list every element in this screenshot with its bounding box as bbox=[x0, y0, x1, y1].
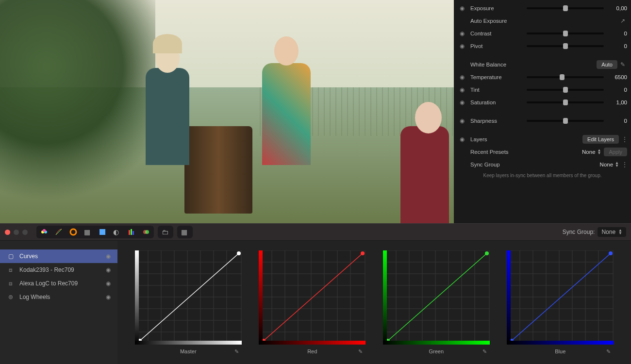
tint-slider[interactable] bbox=[527, 89, 604, 91]
updown-icon: ▲▼ bbox=[615, 162, 619, 167]
layer-label: Curves bbox=[19, 253, 101, 260]
white-balance-label: White Balance bbox=[470, 62, 524, 67]
eyedropper-icon[interactable]: ✎ bbox=[234, 348, 239, 355]
inspector-panel: ◉ Exposure 0,00 Auto Exposure ↗ ◉ Contra… bbox=[454, 0, 631, 223]
sharpness-value[interactable]: 0 bbox=[607, 118, 627, 124]
eye-icon[interactable]: ◉ bbox=[106, 294, 111, 300]
eyedropper-icon[interactable]: ✎ bbox=[606, 348, 611, 355]
curves-tab-icon[interactable] bbox=[52, 227, 66, 237]
pivot-value[interactable]: 0 bbox=[607, 43, 627, 49]
layers-label: Layers bbox=[470, 136, 524, 142]
minimize-window-icon[interactable] bbox=[14, 230, 19, 235]
contrast-value[interactable]: 0 bbox=[607, 31, 627, 36]
recent-presets-select[interactable]: None ▲▼ bbox=[582, 149, 601, 155]
auto-exposure-label: Auto Exposure bbox=[470, 18, 524, 24]
pivot-label: Pivot bbox=[470, 43, 524, 49]
scope-1-icon[interactable]: ▦ bbox=[81, 227, 95, 237]
overlap-icon[interactable] bbox=[139, 227, 153, 237]
bottom-toolbar: ▦ ◐ 🗀 ▦ Sync Group: None ▲▼ bbox=[0, 223, 631, 241]
green-curve-label: Green bbox=[429, 348, 444, 354]
recent-presets-label: Recent Presets bbox=[470, 149, 524, 155]
master-curve[interactable] bbox=[135, 250, 242, 345]
svg-point-2 bbox=[43, 229, 46, 232]
tint-value[interactable]: 0 bbox=[607, 87, 627, 93]
toolbar-sync-select[interactable]: None ▲▼ bbox=[598, 227, 626, 237]
eye-icon[interactable]: ◉ bbox=[460, 43, 467, 50]
svg-point-10 bbox=[145, 230, 149, 234]
hue-wheel-icon[interactable] bbox=[66, 227, 80, 237]
wand-icon[interactable]: ↗ bbox=[620, 17, 627, 24]
sync-group-select[interactable]: None ▲▼ bbox=[600, 162, 619, 167]
saturation-value[interactable]: 1,00 bbox=[607, 99, 627, 105]
edit-layers-button[interactable]: Edit Layers bbox=[582, 135, 619, 144]
folder-icon[interactable]: 🗀 bbox=[159, 227, 172, 237]
curves-icon: ▢ bbox=[7, 252, 15, 260]
layer-label: Log Wheels bbox=[19, 294, 101, 300]
sync-group-label: Sync Group bbox=[470, 162, 524, 167]
more-icon[interactable]: ⋮ bbox=[622, 161, 627, 168]
apply-button[interactable]: Apply bbox=[604, 148, 627, 156]
auto-wb-button[interactable]: Auto bbox=[597, 60, 617, 69]
svg-point-31 bbox=[237, 251, 241, 255]
svg-point-73 bbox=[485, 251, 489, 255]
temperature-label: Temperature bbox=[470, 74, 524, 80]
eyedropper-icon[interactable]: ✎ bbox=[620, 61, 627, 68]
zoom-window-icon[interactable] bbox=[22, 230, 28, 235]
blue-curve[interactable] bbox=[507, 250, 614, 345]
eye-icon[interactable]: ◉ bbox=[460, 5, 467, 12]
sharpness-slider[interactable] bbox=[527, 120, 604, 122]
scope-2-icon[interactable] bbox=[96, 227, 109, 237]
eye-icon[interactable]: ◉ bbox=[106, 266, 111, 273]
blue-curve-label: Blue bbox=[555, 348, 565, 354]
layer-label: Kodak2393 - Rec709 bbox=[19, 266, 101, 273]
layer-item-wheels[interactable]: ⊚ Log Wheels ◉ bbox=[0, 290, 117, 304]
svg-point-94 bbox=[609, 251, 613, 255]
eye-icon[interactable]: ◉ bbox=[106, 253, 111, 260]
eyedropper-icon[interactable]: ✎ bbox=[482, 348, 487, 355]
svg-rect-6 bbox=[129, 230, 130, 235]
contrast-label: Contrast bbox=[470, 31, 524, 36]
layer-item-lut[interactable]: ⧈ Alexa LogC to Rec709 ◉ bbox=[0, 277, 117, 290]
temperature-value[interactable]: 6500 bbox=[607, 74, 627, 80]
layer-item-curves[interactable]: ▢ Curves ◉ bbox=[0, 249, 117, 263]
window-controls bbox=[5, 230, 28, 235]
exposure-label: Exposure bbox=[470, 5, 524, 11]
wheels-icon: ⊚ bbox=[7, 293, 15, 301]
pivot-slider[interactable] bbox=[527, 45, 604, 47]
contrast-slider[interactable] bbox=[527, 33, 604, 34]
rgb-parade-icon[interactable] bbox=[125, 227, 138, 237]
eye-icon[interactable]: ◉ bbox=[460, 99, 467, 106]
svg-rect-8 bbox=[133, 231, 134, 235]
layer-item-lut[interactable]: ⧈ Kodak2393 - Rec709 ◉ bbox=[0, 263, 117, 277]
svg-rect-7 bbox=[131, 229, 132, 235]
cube-icon: ⧈ bbox=[7, 280, 15, 287]
more-icon[interactable]: ⋮ bbox=[622, 136, 627, 143]
video-viewer[interactable] bbox=[0, 0, 454, 223]
temperature-slider[interactable] bbox=[527, 76, 604, 78]
eye-icon[interactable]: ◉ bbox=[460, 30, 467, 37]
eye-icon[interactable]: ◉ bbox=[106, 280, 111, 287]
curves-editor: Master✎ Red✎ bbox=[117, 241, 631, 364]
eye-icon[interactable]: ◉ bbox=[460, 136, 467, 143]
grid-icon[interactable]: ▦ bbox=[178, 227, 192, 237]
exposure-value[interactable]: 0,00 bbox=[607, 5, 627, 11]
updown-icon: ▲▼ bbox=[598, 149, 601, 155]
eye-icon[interactable]: ◉ bbox=[460, 86, 467, 93]
red-curve[interactable] bbox=[259, 250, 365, 345]
eyedropper-icon[interactable]: ✎ bbox=[358, 348, 363, 355]
toolbar-sync-label: Sync Group: bbox=[563, 229, 595, 235]
eye-icon[interactable]: ◉ bbox=[460, 74, 467, 81]
exposure-slider[interactable] bbox=[527, 7, 604, 9]
eye-icon[interactable]: ◉ bbox=[460, 117, 467, 124]
layers-list: ▢ Curves ◉ ⧈ Kodak2393 - Rec709 ◉ ⧈ Alex… bbox=[0, 241, 117, 364]
green-curve[interactable] bbox=[383, 250, 490, 345]
tint-label: Tint bbox=[470, 87, 524, 93]
sharpness-label: Sharpness bbox=[470, 118, 524, 124]
cube-icon: ⧈ bbox=[7, 266, 15, 274]
close-window-icon[interactable] bbox=[5, 230, 10, 235]
svg-rect-5 bbox=[100, 229, 105, 235]
updown-icon: ▲▼ bbox=[618, 229, 622, 235]
color-wheels-icon[interactable] bbox=[37, 227, 51, 237]
vignette-icon[interactable]: ◐ bbox=[110, 227, 124, 237]
saturation-slider[interactable] bbox=[527, 101, 604, 103]
